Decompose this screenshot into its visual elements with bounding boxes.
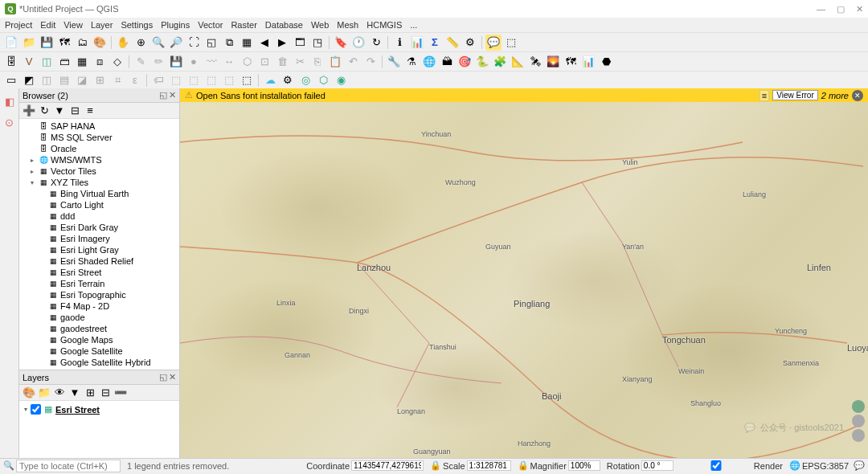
add-selected-icon[interactable]: ➕ (23, 104, 35, 117)
rot-input[interactable] (641, 460, 674, 471)
new-spatialite-icon[interactable]: 🗃 (56, 54, 72, 70)
minimize-button[interactable]: — (817, 4, 825, 14)
menu-project[interactable]: Project (5, 20, 32, 30)
plugin-a-icon[interactable]: 🔧 (386, 54, 402, 70)
show-statistical-summary-icon[interactable]: Σ (427, 35, 443, 51)
move-feature-icon[interactable]: ↔ (221, 54, 237, 70)
tree-item[interactable]: ▦Carto Light (19, 199, 179, 210)
layers-close-icon[interactable]: ✕ (169, 372, 176, 382)
new-memory-icon[interactable]: ◇ (109, 54, 125, 70)
temporal-controller-icon[interactable]: 🕐 (350, 35, 366, 51)
tree-item[interactable]: ▸🌐WMS/WMTS (19, 154, 179, 165)
crs-icon[interactable]: 🌐 (789, 460, 800, 471)
label-icon[interactable]: 🏷 (150, 72, 166, 88)
toggle-editing-icon[interactable]: ✏ (150, 54, 166, 70)
label-tool-d-icon[interactable]: ⬚ (221, 72, 237, 88)
coord-input[interactable] (351, 460, 424, 471)
select-all-icon[interactable]: ▤ (56, 72, 72, 88)
scale-input[interactable] (467, 460, 511, 471)
tree-item[interactable]: ▦Esri Dark Gray (19, 222, 179, 233)
zoom-in-icon[interactable]: 🔍 (150, 35, 166, 51)
toolbox-icon[interactable]: ⚙ (462, 35, 478, 51)
menu-raster[interactable]: Raster (231, 20, 256, 30)
new-map-view-icon[interactable]: 🗔 (292, 35, 308, 51)
tree-item[interactable]: 🗄SAP HANA (19, 121, 179, 132)
delete-selected-icon[interactable]: 🗑 (274, 54, 290, 70)
plugin-e-icon[interactable]: 🎯 (457, 54, 473, 70)
view-error-button[interactable]: View Error (772, 90, 818, 100)
menu-vector[interactable]: Vector (198, 20, 223, 30)
new-print-layout-icon[interactable]: 🗺 (56, 35, 72, 51)
layers-undock-icon[interactable]: ◱ (159, 372, 167, 382)
filter-icon[interactable]: ⌗ (109, 72, 125, 88)
pan-icon[interactable]: ✋ (115, 35, 131, 51)
vertex-tool-icon[interactable]: ⬡ (239, 54, 255, 70)
open-data-source-icon[interactable]: 🗄 (3, 54, 19, 70)
measure-icon[interactable]: 📏 (444, 35, 461, 51)
map-tips-icon[interactable]: 💬 (485, 35, 502, 51)
close-button[interactable]: ✕ (856, 4, 863, 14)
plugin-b-icon[interactable]: ⚗ (403, 54, 420, 70)
redo-icon[interactable]: ↷ (362, 54, 379, 70)
plugin-m-icon[interactable]: ⬣ (598, 54, 614, 70)
tree-item[interactable]: ▦gaodestreet (19, 323, 179, 334)
maximize-button[interactable]: ▢ (837, 4, 845, 14)
tree-item[interactable]: ▦Esri Terrain (19, 278, 179, 289)
menu-mesh[interactable]: Mesh (337, 20, 358, 30)
render-checkbox[interactable] (680, 460, 752, 471)
snapping-icon[interactable]: ⊙ (2, 114, 18, 130)
tree-item[interactable]: 🗄MS SQL Server (19, 132, 179, 143)
plugin-d-icon[interactable]: 🏔 (439, 54, 455, 70)
no-action-icon[interactable]: ⬚ (503, 35, 519, 51)
collapse-all-icon[interactable]: ⊟ (68, 104, 81, 117)
zoom-native-icon[interactable]: ▦ (239, 35, 255, 51)
map-canvas[interactable]: LanzhouPingliangTongchuanXianyangBaojiLi… (180, 102, 868, 458)
tree-item[interactable]: ▦ddd (19, 210, 179, 222)
plugin-i-icon[interactable]: 🛰 (527, 54, 543, 70)
save-edits-icon[interactable]: 💾 (168, 54, 184, 70)
mag-lock-icon[interactable]: 🔒 (518, 460, 529, 471)
menu-edit[interactable]: Edit (40, 20, 55, 30)
new-virtual-icon[interactable]: ⧈ (92, 54, 108, 70)
menu-plugins[interactable]: Plugins (161, 20, 190, 30)
save-project-icon[interactable]: 💾 (39, 35, 55, 51)
open-field-calculator-icon[interactable]: 📊 (409, 35, 425, 51)
cut-features-icon[interactable]: ✂ (292, 54, 308, 70)
zoom-out-icon[interactable]: 🔎 (168, 35, 184, 51)
new-3d-view-icon[interactable]: ◳ (309, 35, 326, 51)
locator-input[interactable] (16, 460, 121, 472)
tree-item[interactable]: ▦Esri Shaded Relief (19, 255, 179, 267)
map-ctrl-c[interactable] (852, 429, 865, 442)
plugin-h-icon[interactable]: 📐 (510, 54, 526, 70)
show-layout-manager-icon[interactable]: 🗂 (74, 35, 90, 51)
tree-item[interactable]: ▦Google Satellite Hybrid (19, 357, 179, 368)
select-feature-icon[interactable]: ▭ (3, 72, 19, 88)
zoom-selection-icon[interactable]: ◱ (203, 35, 219, 51)
messages-icon[interactable]: 💬 (854, 460, 865, 471)
pan-to-selection-icon[interactable]: ⊕ (133, 35, 149, 51)
menu-more[interactable]: ... (410, 20, 417, 30)
warning-collapse-icon[interactable]: ≡ (760, 90, 769, 101)
layer-visibility-checkbox[interactable] (31, 404, 41, 415)
hcmgis-a-icon[interactable]: ◎ (297, 72, 313, 88)
copy-features-icon[interactable]: ⎘ (309, 54, 326, 70)
tree-item[interactable]: ▦Google Satellite (19, 345, 179, 357)
new-shapefile-icon[interactable]: ◫ (39, 54, 55, 70)
label-tool-a-icon[interactable]: ⬚ (168, 72, 184, 88)
filter-legend-icon[interactable]: ▼ (68, 386, 81, 399)
warning-close-icon[interactable]: ✕ (852, 90, 863, 101)
identify-icon[interactable]: ℹ (391, 35, 407, 51)
menu-settings[interactable]: Settings (121, 20, 153, 30)
expand-all-icon[interactable]: ⊞ (84, 386, 96, 399)
add-feature-icon[interactable]: ● (186, 54, 202, 70)
menu-hcmgis[interactable]: HCMGIS (366, 20, 402, 30)
paste-features-icon[interactable]: 📋 (327, 54, 343, 70)
filter-browser-icon[interactable]: ▼ (53, 104, 66, 117)
scale-lock-icon[interactable]: 🔒 (430, 460, 441, 471)
tree-item[interactable]: ▦Esri Topographic (19, 289, 179, 300)
label-tool-b-icon[interactable]: ⬚ (186, 72, 202, 88)
current-edits-icon[interactable]: ✎ (133, 54, 149, 70)
properties-widget-icon[interactable]: ≡ (84, 104, 96, 117)
plugin-c-icon[interactable]: 🌐 (421, 54, 437, 70)
map-ctrl-b[interactable] (852, 415, 865, 427)
